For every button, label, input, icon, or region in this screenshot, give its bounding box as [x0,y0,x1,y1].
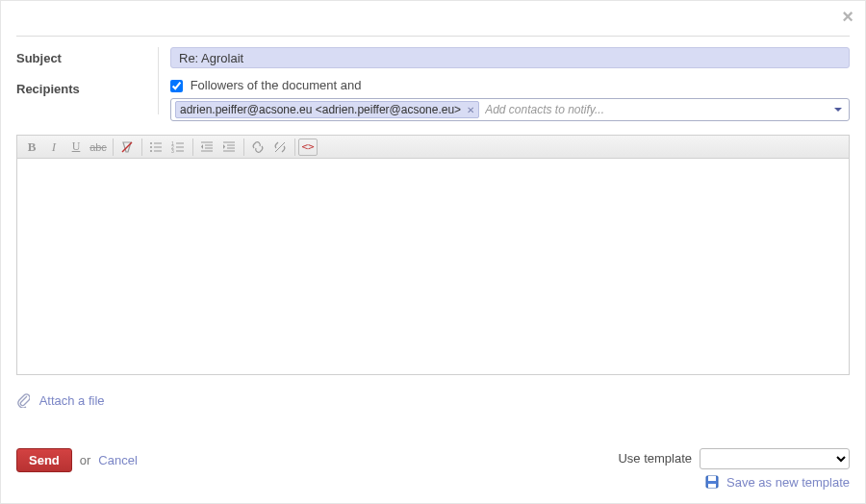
cancel-link[interactable]: Cancel [98,453,137,467]
strikethrough-button[interactable]: abc [88,138,109,157]
svg-point-3 [150,150,152,152]
save-icon [705,477,723,491]
save-template-row: Save as new template [618,475,850,491]
remove-format-button[interactable] [116,138,138,157]
footer-right: Use template Save as new template [618,448,850,491]
italic-button[interactable]: I [43,138,64,157]
svg-text:3: 3 [171,148,174,154]
use-template-label: Use template [618,451,692,466]
indent-button[interactable] [218,138,240,157]
subject-input[interactable] [170,47,850,68]
toolbar-separator [192,139,193,156]
unlink-button[interactable] [269,138,291,157]
outdent-button[interactable] [196,138,217,157]
underline-button[interactable]: U [65,138,87,157]
subject-row: Subject [16,47,850,68]
save-template-link[interactable]: Save as new template [726,475,850,490]
footer-left: Send or Cancel [16,448,138,472]
paperclip-icon [16,396,34,411]
editor-toolbar: B I U abc 123 [17,136,849,159]
recipient-tag-text: adrien.peiffer@acsone.eu <adrien.peiffer… [180,103,461,116]
body-textarea[interactable] [17,159,849,374]
attach-line: Attach a file [16,392,850,411]
compose-modal: × Subject Recipients Followers of the do… [0,0,866,504]
header-divider [16,36,850,37]
send-button[interactable]: Send [16,448,72,472]
toolbar-separator [294,139,295,156]
dropdown-icon[interactable] [833,103,843,117]
recipient-tag: adrien.peiffer@acsone.eu <adrien.peiffer… [175,101,479,118]
toolbar-separator [113,139,114,156]
followers-label: Followers of the document and [191,78,362,92]
contacts-input[interactable] [479,103,845,116]
source-button[interactable]: <> [298,139,318,156]
bullet-list-button[interactable] [145,138,166,157]
subject-label: Subject [16,47,159,68]
svg-rect-23 [708,476,716,481]
remove-recipient-icon[interactable]: ✕ [467,105,474,115]
recipients-box[interactable]: adrien.peiffer@acsone.eu <adrien.peiffer… [170,98,850,121]
or-text: or [80,453,91,467]
bold-button[interactable]: B [21,138,42,157]
use-template-row: Use template [618,448,850,469]
attach-file-link[interactable]: Attach a file [39,393,105,408]
toolbar-separator [243,139,244,156]
recipients-row: Recipients Followers of the document and… [16,78,850,121]
numbered-list-button[interactable]: 123 [167,138,189,157]
editor: B I U abc 123 [16,135,850,375]
form-area: Subject Recipients Followers of the docu… [16,47,850,411]
followers-line: Followers of the document and [170,78,850,92]
svg-point-1 [150,142,152,144]
svg-point-2 [150,146,152,148]
close-icon[interactable]: × [842,7,853,26]
footer: Send or Cancel Use template Save as new … [16,448,850,491]
recipients-label: Recipients [16,78,159,121]
template-select[interactable] [700,448,850,469]
followers-checkbox[interactable] [170,80,183,92]
toolbar-separator [141,139,142,156]
svg-rect-24 [708,484,716,488]
link-button[interactable] [247,138,268,157]
